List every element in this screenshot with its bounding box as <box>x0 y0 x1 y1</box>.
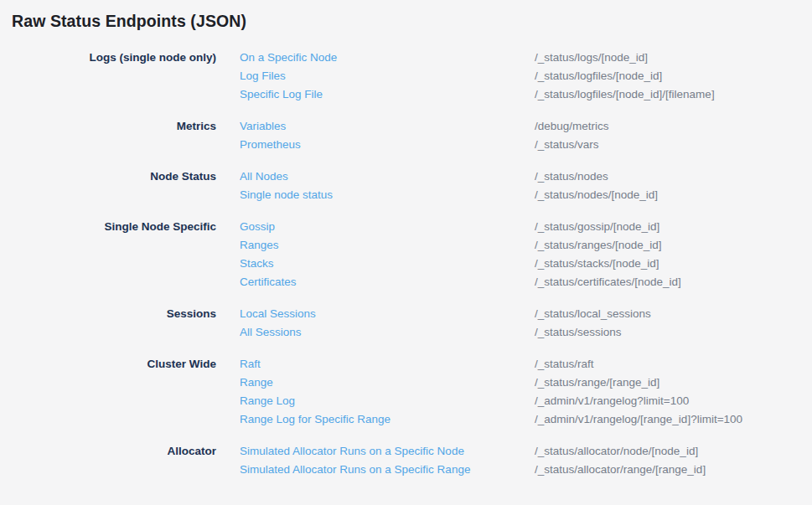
endpoints-section: Metrics VariablesPrometheus /debug/metri… <box>0 117 812 154</box>
endpoint-link[interactable]: Stacks <box>240 255 535 273</box>
endpoint-link[interactable]: Specific Log File <box>240 85 535 104</box>
endpoint-link[interactable]: Raft <box>240 355 535 374</box>
endpoint-link[interactable]: Log Files <box>240 67 535 85</box>
endpoint-path: /_status/ranges/[node_id] <box>535 236 812 255</box>
endpoint-path: /_status/nodes/[node_id] <box>535 186 812 204</box>
endpoint-path: /_status/stacks/[node_id] <box>535 255 812 273</box>
paths-column: /_status/local_sessions/_status/sessions <box>535 305 812 342</box>
endpoint-path: /_admin/v1/rangelog?limit=100 <box>535 392 812 410</box>
links-column: GossipRangesStacksCertificates <box>240 218 535 291</box>
paths-column: /debug/metrics/_status/vars <box>535 117 812 154</box>
endpoint-path: /_status/allocator/range/[range_id] <box>535 461 812 479</box>
links-column: VariablesPrometheus <box>240 117 535 154</box>
endpoint-link[interactable]: On a Specific Node <box>240 49 535 67</box>
endpoint-path: /_status/certificates/[node_id] <box>535 273 812 291</box>
paths-column: /_status/nodes/_status/nodes/[node_id] <box>535 167 812 204</box>
category-label: Logs (single node only) <box>0 49 216 67</box>
paths-column: /_status/allocator/node/[node_id]/_statu… <box>535 442 812 479</box>
endpoints-list: Logs (single node only) On a Specific No… <box>0 49 812 479</box>
endpoint-link[interactable]: Ranges <box>240 236 535 255</box>
endpoint-path: /_status/logfiles/[node_id]/[filename] <box>535 85 812 104</box>
endpoints-section: Logs (single node only) On a Specific No… <box>0 49 812 104</box>
endpoint-link[interactable]: All Sessions <box>240 323 535 342</box>
endpoint-link[interactable]: Prometheus <box>240 136 535 154</box>
endpoint-path: /_status/range/[range_id] <box>535 374 812 392</box>
endpoint-path: /debug/metrics <box>535 117 812 136</box>
endpoints-section: Node Status All NodesSingle node status … <box>0 167 812 204</box>
debug-page: Raw Status Endpoints (JSON) Logs (single… <box>0 0 812 505</box>
endpoint-path: /_status/vars <box>535 136 812 154</box>
endpoint-link[interactable]: Certificates <box>240 273 535 291</box>
links-column: RaftRangeRange LogRange Log for Specific… <box>240 355 535 429</box>
endpoint-link[interactable]: Simulated Allocator Runs on a Specific N… <box>240 442 535 461</box>
endpoint-path: /_status/local_sessions <box>535 305 812 323</box>
endpoint-link[interactable]: Gossip <box>240 218 535 236</box>
endpoints-section: Cluster Wide RaftRangeRange LogRange Log… <box>0 355 812 429</box>
category-label: Single Node Specific <box>0 218 216 236</box>
endpoint-link[interactable]: Range Log <box>240 392 535 410</box>
endpoint-link[interactable]: Range <box>240 374 535 392</box>
endpoint-path: /_status/logfiles/[node_id] <box>535 67 812 85</box>
endpoint-path: /_status/logs/[node_id] <box>535 49 812 67</box>
category-label: Allocator <box>0 442 216 461</box>
endpoints-section: Allocator Simulated Allocator Runs on a … <box>0 442 812 479</box>
links-column: All NodesSingle node status <box>240 167 535 204</box>
endpoint-link[interactable]: Simulated Allocator Runs on a Specific R… <box>240 461 535 479</box>
links-column: Simulated Allocator Runs on a Specific N… <box>240 442 535 479</box>
category-label: Cluster Wide <box>0 355 216 374</box>
page-title: Raw Status Endpoints (JSON) <box>12 11 812 31</box>
paths-column: /_status/gossip/[node_id]/_status/ranges… <box>535 218 812 291</box>
endpoint-path: /_status/nodes <box>535 167 812 186</box>
endpoint-path: /_admin/v1/rangelog/[range_id]?limit=100 <box>535 410 812 429</box>
category-label: Sessions <box>0 305 216 323</box>
endpoints-section: Sessions Local SessionsAll Sessions /_st… <box>0 305 812 342</box>
endpoint-path: /_status/gossip/[node_id] <box>535 218 812 236</box>
endpoint-link[interactable]: Range Log for Specific Range <box>240 410 535 429</box>
endpoint-path: /_status/allocator/node/[node_id] <box>535 442 812 461</box>
paths-column: /_status/raft/_status/range/[range_id]/_… <box>535 355 812 429</box>
category-label: Metrics <box>0 117 216 136</box>
endpoint-link[interactable]: Local Sessions <box>240 305 535 323</box>
paths-column: /_status/logs/[node_id]/_status/logfiles… <box>535 49 812 104</box>
endpoint-link[interactable]: Variables <box>240 117 535 136</box>
endpoints-section: Single Node Specific GossipRangesStacksC… <box>0 218 812 291</box>
category-label: Node Status <box>0 167 216 186</box>
endpoint-path: /_status/raft <box>535 355 812 374</box>
links-column: On a Specific NodeLog FilesSpecific Log … <box>240 49 535 104</box>
endpoint-path: /_status/sessions <box>535 323 812 342</box>
links-column: Local SessionsAll Sessions <box>240 305 535 342</box>
endpoint-link[interactable]: Single node status <box>240 186 535 204</box>
endpoint-link[interactable]: All Nodes <box>240 167 535 186</box>
